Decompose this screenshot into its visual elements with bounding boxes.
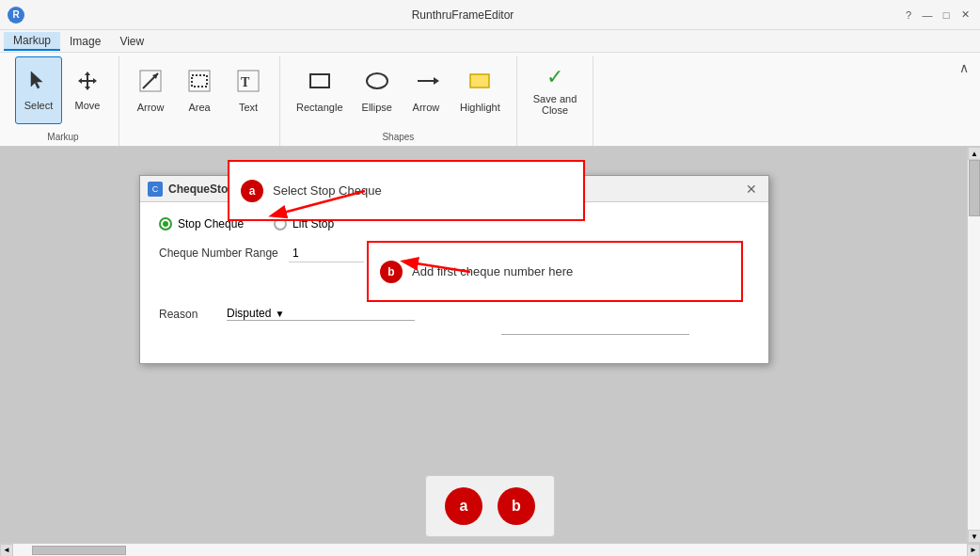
rectangle-label: Rectangle: [296, 102, 343, 113]
badge-a: a: [241, 180, 263, 202]
cheque-range-label: Cheque Number Range: [159, 246, 281, 260]
reason-underline: [227, 320, 415, 321]
scroll-thumb-right[interactable]: [969, 160, 980, 216]
badge-b: b: [380, 261, 403, 283]
annotation-a-text: Select Stop Cheque: [273, 183, 382, 198]
area-button[interactable]: Area: [176, 56, 223, 124]
svg-rect-11: [470, 74, 489, 87]
arrow-markup-icon: [137, 68, 164, 98]
highlight-icon: [466, 68, 493, 98]
ribbon-collapse[interactable]: ∧: [956, 56, 972, 146]
save-group-label: [525, 140, 585, 146]
move-label: Move: [75, 100, 101, 111]
menu-image[interactable]: Image: [60, 33, 110, 50]
save-close-label: Save andClose: [533, 93, 577, 116]
tools-group-label: [127, 140, 272, 146]
save-close-button[interactable]: ✓ Save andClose: [525, 56, 585, 124]
close-button[interactable]: ✕: [957, 8, 972, 23]
collapse-icon[interactable]: ∧: [959, 60, 969, 75]
reason-label: Reason: [159, 308, 215, 321]
svg-rect-7: [310, 74, 329, 87]
area-icon: [186, 68, 213, 98]
scroll-track-right: [968, 160, 980, 530]
window-title: RunthruFrameEditor: [24, 8, 901, 22]
scroll-track-bottom: [13, 544, 967, 556]
svg-rect-4: [192, 75, 207, 87]
ribbon: Select Move Markup: [0, 53, 980, 147]
select-label: Select: [24, 100, 54, 111]
ribbon-group-shapes: Rectangle Ellipse Arrow: [280, 56, 517, 146]
svg-marker-10: [434, 77, 439, 85]
area-label: Area: [188, 102, 210, 113]
bottom-badge-a[interactable]: a: [445, 487, 482, 525]
arrow-shape-label: Arrow: [413, 102, 440, 113]
scrollbar-right: ▲ ▼: [967, 147, 980, 543]
svg-point-8: [367, 73, 387, 88]
menu-markup[interactable]: Markup: [4, 32, 60, 51]
shapes-group-label: Shapes: [288, 130, 509, 146]
annotation-box-a: a Select Stop Cheque: [228, 160, 585, 221]
move-button[interactable]: Move: [64, 56, 111, 124]
cheque-from-input[interactable]: [289, 245, 364, 262]
highlight-label: Highlight: [460, 102, 500, 113]
ellipse-button[interactable]: Ellipse: [354, 56, 401, 124]
stop-cheque-radio-indicator: [159, 217, 172, 230]
ribbon-group-tools: Arrow Area T Text: [119, 56, 280, 146]
bottom-badge-b[interactable]: b: [498, 487, 535, 525]
scroll-right-button[interactable]: ►: [967, 544, 980, 557]
radio-dot: [163, 221, 168, 227]
rectangle-button[interactable]: Rectangle: [288, 56, 352, 124]
move-icon: [76, 70, 99, 96]
app-icon: R: [8, 7, 24, 24]
notes-underline: [501, 334, 689, 335]
markup-group-label: Markup: [15, 130, 111, 146]
text-button[interactable]: T Text: [225, 56, 272, 124]
arrow-markup-label: Arrow: [137, 102, 165, 113]
title-bar: R RunthruFrameEditor ? — □ ✕: [0, 0, 980, 30]
text-icon: T: [235, 68, 261, 98]
menu-bar: Markup Image View: [0, 30, 980, 53]
scrollbar-bottom: ◄ ►: [0, 543, 980, 556]
arrow-markup-button[interactable]: Arrow: [127, 56, 174, 124]
minimize-button[interactable]: —: [920, 8, 935, 23]
menu-view[interactable]: View: [110, 33, 153, 50]
arrow-shape-icon: [413, 68, 439, 98]
text-label: Text: [239, 102, 258, 113]
title-bar-controls: ? — □ ✕: [901, 8, 972, 23]
rectangle-icon: [307, 68, 333, 98]
reason-dropdown-icon[interactable]: ▼: [275, 309, 284, 319]
checkmark-icon: ✓: [546, 65, 563, 89]
dialog-close-button[interactable]: ✕: [742, 180, 761, 199]
help-button[interactable]: ?: [901, 8, 916, 23]
annotation-b-text: Add first cheque number here: [412, 264, 573, 278]
scroll-thumb-bottom[interactable]: [32, 546, 126, 555]
scroll-left-button[interactable]: ◄: [0, 544, 13, 557]
scroll-down-button[interactable]: ▼: [968, 530, 980, 543]
arrow-shape-button[interactable]: Arrow: [403, 56, 450, 124]
restore-button[interactable]: □: [939, 8, 954, 23]
ribbon-group-markup: Select Move Markup: [8, 56, 119, 146]
ellipse-icon: [364, 68, 390, 98]
reason-value: Disputed: [227, 307, 271, 320]
scroll-up-button[interactable]: ▲: [968, 147, 980, 160]
bottom-panel: a b: [425, 475, 555, 537]
select-button[interactable]: Select: [15, 56, 62, 124]
dialog-icon: C: [148, 182, 163, 197]
cursor-icon: [27, 70, 50, 96]
annotation-box-b: b Add first cheque number here: [367, 241, 743, 302]
ribbon-group-save: ✓ Save andClose: [517, 56, 593, 146]
highlight-button[interactable]: Highlight: [451, 56, 509, 124]
ellipse-label: Ellipse: [362, 102, 392, 113]
svg-text:T: T: [241, 75, 250, 89]
